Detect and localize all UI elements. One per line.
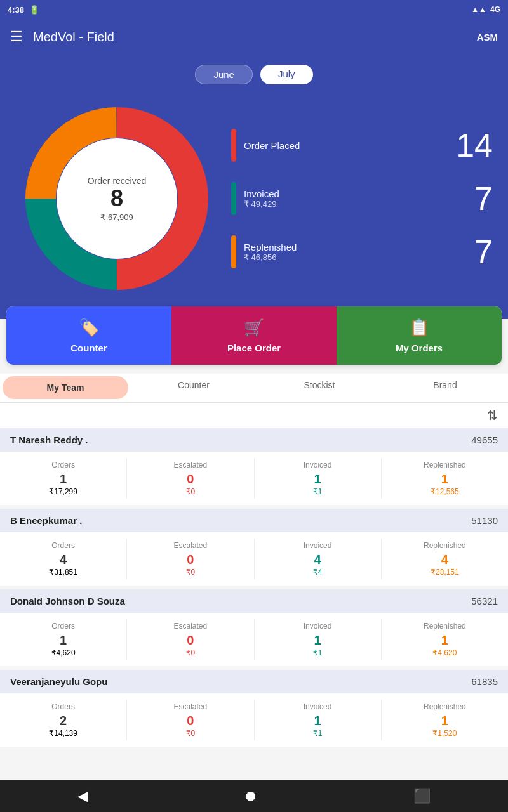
donut-center: Order received 8 ₹ 67,909 xyxy=(88,176,147,222)
team-tabs: My Team Counter Stockist Brand xyxy=(0,374,508,403)
orders-amount: ₹14,139 xyxy=(0,729,126,738)
stat-escalated: Escalated 0 ₹0 xyxy=(127,700,254,740)
asm-label: ASM xyxy=(477,32,498,43)
replenished-label: Replenished xyxy=(382,622,508,631)
legend-item-invoiced: Invoiced ₹ 49,429 7 xyxy=(231,180,493,218)
orders-label: Orders xyxy=(0,702,126,711)
member-stats: Orders 4 ₹31,851 Escalated 0 ₹0 Invoiced… xyxy=(0,532,508,586)
invoiced-amount: ₹1 xyxy=(255,487,381,496)
place-order-button[interactable]: 🛒 Place Order xyxy=(171,306,337,365)
stat-escalated: Escalated 0 ₹0 xyxy=(127,458,254,499)
legend-count-order-placed: 14 xyxy=(456,126,493,164)
legend-bar-teal xyxy=(231,182,236,215)
stat-invoiced: Invoiced 1 ₹1 xyxy=(255,619,382,660)
tab-july[interactable]: July xyxy=(260,65,313,84)
back-nav-icon[interactable]: ◀ xyxy=(65,783,101,809)
invoiced-amount: ₹4 xyxy=(255,568,381,577)
orders-count: 4 xyxy=(0,553,126,566)
legend-bar-orange xyxy=(231,235,236,268)
member-name: Veeranjaneyulu Gopu xyxy=(10,676,107,687)
sort-icon[interactable]: ⇅ xyxy=(487,408,498,423)
stat-escalated: Escalated 0 ₹0 xyxy=(127,539,254,579)
escalated-amount: ₹0 xyxy=(127,487,253,496)
invoiced-label: Invoiced xyxy=(255,622,381,631)
member-id: 56321 xyxy=(471,596,498,606)
stat-replenished: Replenished 1 ₹12,565 xyxy=(382,458,508,499)
legend-label-invoiced: Invoiced xyxy=(244,188,467,199)
invoiced-amount: ₹1 xyxy=(255,729,381,738)
escalated-count: 0 xyxy=(127,633,253,647)
tab-brand[interactable]: Brand xyxy=(382,374,508,402)
invoiced-label: Invoiced xyxy=(255,461,381,469)
tab-june[interactable]: June xyxy=(195,65,253,84)
legend-count-invoiced: 7 xyxy=(474,180,493,218)
orders-count: 2 xyxy=(0,714,126,728)
tab-my-team[interactable]: My Team xyxy=(3,376,128,399)
bottom-nav: ◀ ⏺ ⬛ xyxy=(0,780,508,812)
action-buttons: 🏷️ Counter 🛒 Place Order 📋 My Orders xyxy=(6,306,502,365)
escalated-amount: ₹0 xyxy=(127,568,253,577)
legend-sub-invoiced: ₹ 49,429 xyxy=(244,199,467,209)
invoiced-count: 1 xyxy=(255,633,381,647)
counter-icon: 🏷️ xyxy=(79,318,99,337)
stat-escalated: Escalated 0 ₹0 xyxy=(127,619,254,660)
member-card: Donald Johnson D Souza 56321 Orders 1 ₹4… xyxy=(0,589,508,666)
legend-count-replenished: 7 xyxy=(474,233,493,271)
member-stats: Orders 1 ₹17,299 Escalated 0 ₹0 Invoiced… xyxy=(0,452,508,505)
member-card: Veeranjaneyulu Gopu 61835 Orders 2 ₹14,1… xyxy=(0,670,508,747)
counter-label: Counter xyxy=(70,343,107,353)
legend-label-order-placed: Order Placed xyxy=(244,140,448,151)
orders-count: 1 xyxy=(0,472,126,486)
invoiced-count: 1 xyxy=(255,714,381,728)
member-name: Donald Johnson D Souza xyxy=(10,596,125,606)
stat-orders: Orders 4 ₹31,851 xyxy=(0,539,127,579)
chart-section: June July Order received 8 ₹ 67,909 xyxy=(0,55,508,319)
orders-amount: ₹31,851 xyxy=(0,568,126,577)
escalated-label: Escalated xyxy=(127,622,253,631)
tab-counter[interactable]: Counter xyxy=(131,374,257,402)
status-time: 4:38 xyxy=(8,5,24,15)
member-name: T Naresh Reddy . xyxy=(10,435,88,445)
my-orders-button[interactable]: 📋 My Orders xyxy=(337,306,502,365)
legend-sub-replenished: ₹ 46,856 xyxy=(244,252,467,262)
replenished-count: 1 xyxy=(382,472,508,486)
orders-amount: ₹4,620 xyxy=(0,648,126,657)
stat-replenished: Replenished 1 ₹1,520 xyxy=(382,700,508,740)
escalated-count: 0 xyxy=(127,714,253,728)
menu-icon[interactable]: ☰ xyxy=(10,29,23,45)
replenished-count: 1 xyxy=(382,633,508,647)
counter-button[interactable]: 🏷️ Counter xyxy=(6,306,171,365)
invoiced-label: Invoiced xyxy=(255,541,381,550)
team-list: T Naresh Reddy . 49655 Orders 1 ₹17,299 … xyxy=(0,428,508,812)
chart-row: Order received 8 ₹ 67,909 Order Placed 1… xyxy=(15,97,493,300)
legend-bar-red xyxy=(231,129,236,162)
replenished-amount: ₹4,620 xyxy=(382,648,508,657)
escalated-label: Escalated xyxy=(127,541,253,550)
donut-label: Order received xyxy=(88,176,147,186)
replenished-label: Replenished xyxy=(382,541,508,550)
invoiced-amount: ₹1 xyxy=(255,648,381,657)
battery-icon: 🔋 xyxy=(29,5,39,15)
stat-replenished: Replenished 4 ₹28,151 xyxy=(382,539,508,579)
member-id: 61835 xyxy=(471,676,498,687)
member-stats: Orders 1 ₹4,620 Escalated 0 ₹0 Invoiced … xyxy=(0,613,508,666)
sort-bar: ⇅ xyxy=(0,403,508,428)
home-nav-icon[interactable]: ⏺ xyxy=(231,783,271,809)
my-orders-label: My Orders xyxy=(396,343,443,353)
tab-stockist[interactable]: Stockist xyxy=(257,374,382,402)
replenished-amount: ₹28,151 xyxy=(382,568,508,577)
legend-item-replenished: Replenished ₹ 46,856 7 xyxy=(231,233,493,271)
stat-orders: Orders 2 ₹14,139 xyxy=(0,700,127,740)
stat-invoiced: Invoiced 1 ₹1 xyxy=(255,700,382,740)
stat-orders: Orders 1 ₹17,299 xyxy=(0,458,127,499)
member-header: Donald Johnson D Souza 56321 xyxy=(0,589,508,613)
escalated-label: Escalated xyxy=(127,702,253,711)
recent-nav-icon[interactable]: ⬛ xyxy=(401,783,443,809)
stat-invoiced: Invoiced 4 ₹4 xyxy=(255,539,382,579)
app-title: MedVol - Field xyxy=(33,30,477,44)
replenished-label: Replenished xyxy=(382,461,508,469)
orders-label: Orders xyxy=(0,541,126,550)
member-card: B Eneepkumar . 51130 Orders 4 ₹31,851 Es… xyxy=(0,509,508,586)
month-tabs: June July xyxy=(195,65,312,84)
signal-icon: 4G xyxy=(490,5,500,14)
